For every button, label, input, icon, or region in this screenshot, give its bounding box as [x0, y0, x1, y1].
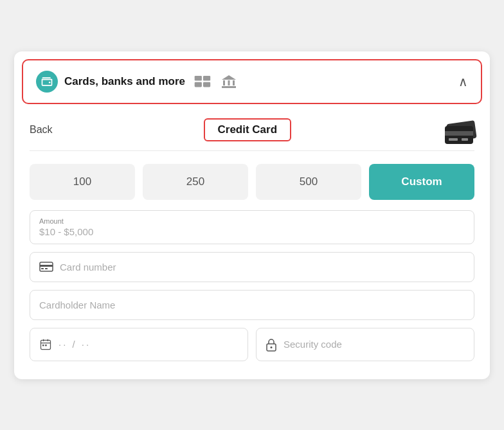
svg-rect-23: [42, 345, 44, 346]
card-number-placeholder: Card number: [60, 262, 116, 273]
lock-icon: [266, 337, 277, 352]
svg-rect-6: [223, 80, 225, 85]
divider: [30, 150, 474, 151]
svg-rect-24: [45, 345, 47, 346]
security-code-field[interactable]: Security code: [256, 328, 474, 361]
amount-placeholder: $10 - $5,000: [39, 226, 465, 237]
svg-rect-2: [203, 75, 210, 80]
amount-500-button[interactable]: 500: [256, 164, 361, 200]
bottom-row: ·· / ·· Security code: [30, 328, 474, 361]
wallet-icon: [40, 75, 53, 88]
svg-rect-9: [222, 86, 236, 88]
svg-rect-14: [462, 138, 468, 141]
calendar-icon: [39, 338, 52, 351]
card-grid-icon: [194, 75, 212, 88]
expiry-placeholder: ·· / ··: [59, 339, 91, 350]
amount-custom-button[interactable]: Custom: [369, 164, 474, 200]
svg-marker-5: [222, 75, 236, 80]
expiry-field[interactable]: ·· / ··: [30, 328, 248, 361]
amount-buttons-group: 100 250 500 Custom: [30, 164, 474, 200]
svg-rect-8: [233, 80, 235, 85]
credit-card-illustration: [442, 117, 474, 143]
card-number-field[interactable]: Card number: [30, 252, 474, 282]
cardholder-name-field[interactable]: Cardholder Name: [30, 290, 474, 320]
amount-250-button[interactable]: 250: [143, 164, 248, 200]
card-number-icon: [39, 262, 53, 272]
security-code-placeholder: Security code: [284, 339, 342, 350]
payment-icon-circle: [36, 71, 58, 93]
bank-icon: [221, 75, 237, 89]
chevron-up-icon[interactable]: ∧: [458, 74, 468, 89]
cardholder-name-placeholder: Cardholder Name: [39, 300, 115, 310]
svg-rect-17: [41, 268, 44, 269]
header-left: Cards, banks and more: [36, 71, 237, 93]
amount-input-field[interactable]: Amount $10 - $5,000: [30, 210, 474, 244]
svg-rect-7: [228, 80, 230, 85]
svg-rect-1: [195, 75, 202, 80]
payment-header: Cards, banks and more ∧: [22, 59, 482, 104]
payment-card: Cards, banks and more ∧ Back: [14, 51, 490, 379]
svg-rect-18: [45, 268, 48, 269]
svg-rect-3: [195, 82, 202, 87]
page-title-box: Credit Card: [204, 118, 292, 141]
card-body: Back Credit Card 100: [14, 104, 490, 379]
svg-rect-16: [40, 265, 53, 267]
header-title: Cards, banks and more: [64, 75, 185, 88]
back-button[interactable]: Back: [30, 124, 53, 136]
svg-point-0: [49, 82, 51, 84]
svg-rect-4: [203, 82, 210, 87]
nav-row: Back Credit Card: [30, 117, 474, 143]
svg-rect-13: [449, 138, 458, 141]
svg-rect-12: [445, 131, 473, 136]
amount-100-button[interactable]: 100: [30, 164, 135, 200]
page-title: Credit Card: [218, 123, 278, 136]
amount-label: Amount: [39, 217, 465, 225]
svg-point-26: [271, 346, 273, 348]
